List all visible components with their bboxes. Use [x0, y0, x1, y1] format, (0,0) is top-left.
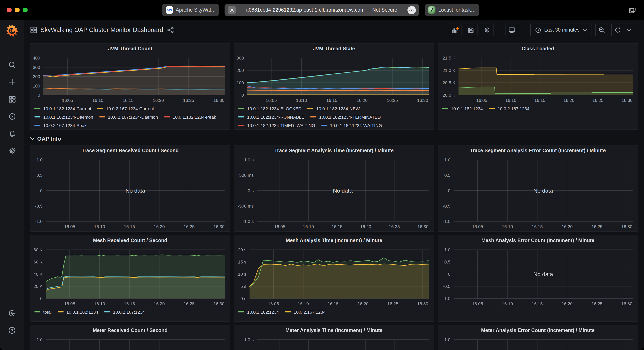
panel-title[interactable]: Meter Received Count / Second [30, 325, 230, 336]
legend-row: 10.0.1.182:1234-TIMED_WAITING10.0.1.182:… [238, 121, 430, 128]
panel-chart-svg: 16:0516:1016:1516:2016:2516:301.00.50-0.… [438, 336, 638, 350]
x-tick-label: 16:25 [389, 224, 400, 229]
plus-icon[interactable] [8, 78, 16, 86]
configuration-gear-icon[interactable] [8, 147, 16, 155]
alerting-bell-icon[interactable] [8, 130, 16, 138]
legend-item[interactable]: 10.0.2.167:1234-Peak [34, 123, 87, 128]
dashboard-panel: Mesh Analysis Time (Increment) / Minute … [234, 235, 434, 322]
panel-chart: 16:0516:1016:1516:2016:2516:301.0 s500 m… [234, 336, 434, 350]
legend-color-dash [238, 116, 244, 118]
y-tick-label: 300 [237, 55, 244, 60]
panel-title[interactable]: JVM Thread State [234, 43, 434, 54]
tabs-overview-icon[interactable] [628, 5, 637, 14]
save-dashboard-button[interactable] [465, 23, 478, 36]
panel-title[interactable]: Class Loaded [438, 43, 638, 54]
sign-in-icon[interactable] [8, 309, 16, 317]
y-tick-label: 100 [237, 80, 244, 85]
help-icon[interactable] [8, 327, 16, 335]
legend-label: 10.0.1.182:1234-RUNNABLE [247, 115, 304, 119]
legend-item[interactable]: 10.0.1.182:1234-BLOCKED [238, 106, 302, 111]
panel-title[interactable]: Meter Analysis Error Count (Increment) /… [438, 325, 638, 336]
legend-item[interactable]: 10.0.2.167:1234 [285, 310, 326, 314]
dashboard-panel: Meter Analysis Time (Increment) / Minute… [234, 325, 434, 350]
panel-title[interactable]: Mesh Received Count / Second [30, 235, 230, 246]
x-tick-label: 16:05 [64, 224, 75, 229]
legend-item[interactable]: 10.0.1.182:1234-TIMED_WAITING [238, 123, 315, 128]
legend-item[interactable]: 10.0.1.182:1234 [238, 310, 279, 314]
panel-title[interactable]: Mesh Analysis Error Count (Increment) / … [438, 235, 638, 246]
legend-item[interactable]: 10.0.2.167:1234-Current [97, 106, 154, 111]
app-window: Sw Apache SkyWalki... a0881eed4-22961232… [0, 0, 644, 350]
zoom-out-button[interactable] [595, 23, 608, 36]
legend-item[interactable]: 10.0.1.182:1234-Current [34, 106, 91, 111]
y-tick-label: -1.0 [443, 296, 450, 301]
dashboard-panels: JVM Thread Count 16:0516:1016:1516:2016:… [24, 40, 644, 350]
refresh-button[interactable] [611, 23, 624, 36]
browser-tab-skywalking[interactable]: Sw Apache SkyWalki... [162, 3, 219, 16]
legend-color-dash [34, 108, 40, 109]
panel-title[interactable]: Trace Segment Analysis Error Count (Incr… [438, 146, 638, 156]
x-tick-label: 16:25 [387, 98, 398, 103]
add-panel-button[interactable] [449, 23, 462, 36]
legend-label: 10.0.1.182:1234-WAITING [330, 123, 382, 128]
panel-title[interactable]: Meter Analysis Time (Increment) / Minute [234, 325, 434, 336]
y-tick-label: 0 s [248, 188, 254, 193]
legend-item[interactable]: 10.0.1.182:1234 [442, 106, 483, 111]
tab-title: a0881eed4-22961232.ap-east-1.elb.amazona… [239, 7, 406, 13]
x-tick-label: 16:15 [332, 224, 342, 229]
grafana-logo[interactable] [5, 23, 19, 38]
browser-tab-dashboard-active[interactable]: a0881eed4-22961232.ap-east-1.elb.amazona… [224, 3, 419, 16]
legend-item[interactable]: 10.0.1.182:1234-RUNNABLE [238, 115, 304, 119]
sidebar-bottom-nav [8, 309, 16, 335]
ellipsis-icon[interactable]: ••• [408, 6, 416, 14]
legend-item[interactable]: 10.0.1.182:1234-Peak [164, 115, 216, 119]
tv-cycle-view-button[interactable] [506, 23, 518, 36]
x-tick-label: 16:15 [326, 98, 338, 103]
share-icon[interactable] [167, 27, 174, 33]
legend-item[interactable]: 10.0.1.182:1234-Daemon [34, 115, 93, 119]
minimize-window-button[interactable] [15, 7, 20, 12]
panel-chart: 16:0516:1016:1516:2016:2516:301.0 s500 m… [234, 156, 434, 230]
panel-title[interactable]: Trace Segment Received Count / Second [30, 146, 230, 156]
legend-item[interactable]: 10.0.1.182:1234-TERMINATED [310, 115, 381, 119]
legend-item[interactable]: 10.0.2.167:1234 [489, 106, 529, 111]
legend-item[interactable]: 10.0.2.167:1234 [104, 310, 145, 314]
x-tick-label: 16:10 [502, 301, 513, 306]
fullscreen-window-button[interactable] [23, 7, 28, 12]
legend-label: 10.0.2.167:1234-Peak [43, 123, 87, 128]
x-tick-label: 16:05 [268, 301, 279, 306]
panel-title[interactable]: JVM Thread Count [30, 43, 230, 54]
explore-compass-icon[interactable] [8, 112, 16, 120]
chevron-down-icon [30, 137, 34, 141]
legend-color-dash [34, 311, 40, 313]
legend-item[interactable]: 10.0.1.182:1234-NEW [308, 106, 360, 111]
browser-tab-locust[interactable]: Locust for tasks.py [425, 3, 479, 16]
time-range-picker[interactable]: Last 30 minutes [530, 23, 592, 36]
y-tick-label: 21.5 K [442, 55, 455, 60]
x-tick-label: 16:05 [274, 224, 286, 229]
y-tick-label: 0.5 [36, 173, 43, 178]
panel-title[interactable]: Trace Segment Analysis Time (Increment) … [234, 146, 434, 156]
legend-color-dash [489, 108, 495, 109]
legend-item[interactable]: total [34, 310, 52, 314]
legend-color-dash [97, 108, 103, 109]
legend-item[interactable]: 10.0.1.182:1234-WAITING [321, 123, 382, 128]
legend-item[interactable]: 10.0.2.167:1234-Daemon [99, 115, 158, 119]
search-icon[interactable] [8, 61, 16, 69]
y-tick-label: 200 [33, 74, 40, 79]
no-data-text: No data [533, 271, 553, 277]
close-window-button[interactable] [7, 7, 12, 12]
refresh-interval-dropdown[interactable] [624, 23, 634, 36]
browser-tab-bar: Sw Apache SkyWalki... a0881eed4-22961232… [0, 0, 644, 20]
legend-label: 10.0.1.182:1234-Peak [173, 115, 216, 119]
close-tab-button[interactable] [228, 6, 236, 14]
dashboard-settings-button[interactable] [481, 23, 494, 36]
window-controls [7, 7, 28, 12]
row-header-oap-info[interactable]: OAP Info [30, 136, 638, 142]
page-title[interactable]: SkyWalking OAP Cluster Monitor Dashboard [40, 26, 163, 33]
y-tick-label: 500 ms [239, 173, 254, 178]
legend-item[interactable]: 10.0.1.182:1234 [58, 310, 98, 314]
panel-title[interactable]: Mesh Analysis Time (Increment) / Minute [234, 235, 434, 246]
y-tick-label: 60 K [34, 259, 43, 265]
dashboards-icon[interactable] [8, 95, 16, 103]
